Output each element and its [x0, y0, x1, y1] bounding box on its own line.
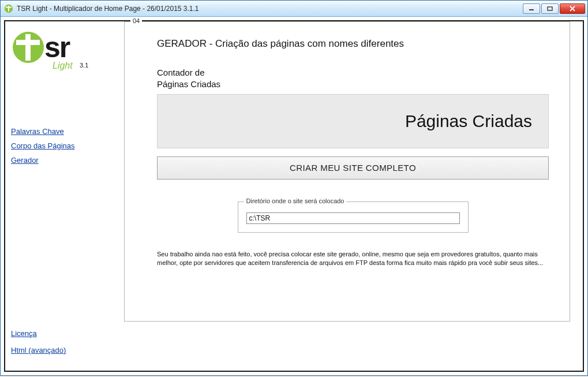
svg-text:sr: sr: [44, 31, 70, 64]
sidebar: sr Light 3.1 Palavras Chave Corpo das Pá…: [5, 21, 121, 371]
directory-input[interactable]: [246, 212, 460, 224]
sidebar-link-corpo-paginas[interactable]: Corpo das Páginas: [11, 141, 116, 150]
sidebar-bottom: Licença Html (avançado): [11, 329, 116, 364]
window-title: TSR Light - Multiplicador de Home Page -…: [17, 5, 523, 13]
counter-label-line2: Páginas Criadas: [157, 79, 220, 89]
svg-rect-7: [16, 40, 40, 45]
sidebar-link-html-avancado[interactable]: Html (avançado): [11, 346, 116, 354]
window-buttons: [523, 3, 585, 14]
close-button[interactable]: [560, 3, 585, 14]
maximize-button[interactable]: [541, 3, 559, 14]
sidebar-link-gerador[interactable]: Gerador: [11, 156, 116, 165]
svg-rect-3: [529, 9, 534, 10]
create-site-button[interactable]: CRIAR MEU SITE COMPLETO: [157, 156, 549, 180]
app-window: TSR Light - Multiplicador de Home Page -…: [0, 0, 588, 376]
svg-rect-6: [25, 34, 31, 61]
titlebar[interactable]: TSR Light - Multiplicador de Home Page -…: [1, 1, 587, 17]
minimize-button[interactable]: [523, 3, 540, 14]
svg-rect-2: [6, 6, 12, 8]
svg-rect-4: [548, 7, 552, 10]
directory-fieldset: Diretório onde o site será colocado: [238, 201, 469, 233]
counter-label: Contador de Páginas Criadas: [157, 67, 549, 91]
sidebar-nav: Palavras Chave Corpo das Páginas Gerador: [11, 127, 116, 165]
app-icon: [4, 4, 13, 13]
page-heading: GERADOR - Criação das páginas com nomes …: [157, 38, 549, 50]
sidebar-link-palavras-chave[interactable]: Palavras Chave: [11, 127, 116, 136]
main-panel: 04 GERADOR - Criação das páginas com nom…: [121, 21, 583, 371]
pages-created-display: Páginas Criadas: [157, 94, 549, 148]
logo: sr Light 3.1: [11, 26, 116, 75]
footer-note: Seu trabalho ainda nao está feito, você …: [157, 250, 549, 268]
gerador-fieldset: 04 GERADOR - Criação das páginas com nom…: [124, 21, 570, 322]
fieldset-legend: 04: [130, 17, 142, 24]
svg-text:3.1: 3.1: [80, 62, 88, 69]
counter-label-line1: Contador de: [157, 68, 205, 77]
sidebar-link-licenca[interactable]: Licença: [11, 329, 116, 338]
directory-legend: Diretório onde o site será colocado: [244, 197, 347, 204]
svg-text:Light: Light: [53, 61, 73, 70]
pages-created-text: Páginas Criadas: [405, 111, 532, 131]
